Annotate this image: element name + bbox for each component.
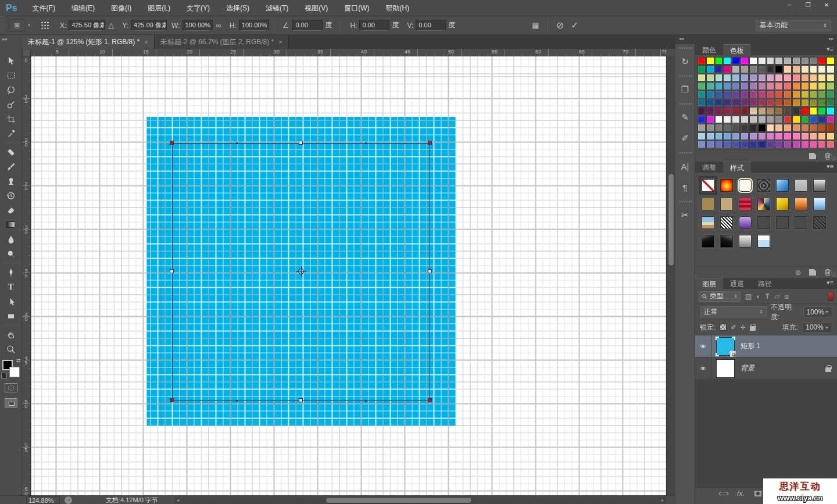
color-swatch[interactable] (732, 133, 740, 140)
color-swatch[interactable] (801, 74, 809, 81)
color-swatch[interactable] (706, 91, 714, 98)
color-swatch[interactable] (827, 107, 835, 115)
color-swatch[interactable] (715, 107, 723, 115)
transform-handle[interactable] (170, 141, 174, 145)
color-swatch[interactable] (810, 57, 818, 65)
menu-图像[interactable]: 图像(I) (103, 0, 140, 16)
style-no-style[interactable] (699, 176, 717, 195)
color-swatch[interactable] (732, 74, 740, 81)
history-panel-icon[interactable]: ↻ (678, 54, 693, 69)
style-yellow-bevel[interactable] (773, 195, 792, 213)
color-swatch[interactable] (749, 57, 757, 65)
menu-图层[interactable]: 图层(L) (140, 0, 178, 16)
color-swatch[interactable] (732, 65, 740, 73)
eraser-tool[interactable] (3, 203, 19, 217)
minimize-button[interactable]: ─ (781, 0, 797, 9)
style-gray-bevel[interactable] (810, 176, 829, 195)
color-swatch[interactable] (706, 124, 714, 131)
hskew-input[interactable]: 0.00 (359, 20, 389, 31)
color-swatch[interactable] (698, 124, 706, 131)
lock-position-icon[interactable]: ✛ (741, 324, 746, 331)
color-swatch[interactable] (741, 82, 749, 90)
tool-presets-panel-icon[interactable]: ✐ (678, 131, 693, 146)
style-black-v1[interactable] (699, 232, 717, 251)
color-swatch[interactable] (723, 91, 731, 98)
eyedropper-tool[interactable] (3, 126, 19, 141)
menu-文字[interactable]: 文字(Y) (178, 0, 218, 16)
color-swatch[interactable] (784, 99, 792, 106)
document-tab-2[interactable]: 未标题-2 @ 66.7% (图层 2, RGB/8) *× (155, 35, 289, 49)
default-colors-icon[interactable] (1, 373, 7, 378)
warp-mode-icon[interactable]: ▦ (532, 21, 539, 30)
color-swatch[interactable] (723, 107, 731, 115)
style-red-stripes[interactable] (736, 195, 754, 213)
style-dark-rings[interactable] (754, 176, 773, 195)
color-swatch[interactable] (784, 65, 792, 73)
color-swatch[interactable] (792, 107, 800, 115)
gradient-tool[interactable] (3, 217, 19, 232)
color-swatch[interactable] (810, 82, 818, 90)
color-swatch[interactable] (792, 74, 800, 81)
color-swatch[interactable] (723, 74, 731, 81)
horizontal-scroll-thumb[interactable] (326, 497, 472, 503)
color-swatch[interactable] (732, 82, 740, 90)
color-swatch[interactable] (741, 116, 749, 123)
lock-all-icon[interactable] (750, 326, 756, 331)
color-swatch[interactable] (827, 82, 835, 90)
color-swatch[interactable] (818, 65, 826, 73)
fill-dropdown[interactable]: 100% ▼ (802, 322, 832, 333)
color-swatch[interactable] (732, 141, 740, 148)
color-swatch[interactable] (741, 107, 749, 115)
color-swatch[interactable] (818, 133, 826, 140)
color-swatch[interactable] (758, 74, 766, 81)
color-swatch[interactable] (775, 74, 783, 81)
vertical-scrollbar[interactable] (666, 56, 675, 495)
color-swatch[interactable] (715, 124, 723, 131)
color-swatch[interactable] (758, 99, 766, 106)
tab-color[interactable]: 颜色 (695, 44, 723, 55)
color-swatch[interactable] (767, 74, 775, 81)
color-swatch[interactable] (792, 65, 800, 73)
color-swatch[interactable] (792, 141, 800, 148)
color-swatch[interactable] (706, 107, 714, 115)
color-swatch[interactable] (741, 91, 749, 98)
filter-type-layers-icon[interactable]: T (766, 292, 770, 301)
color-swatch[interactable] (767, 91, 775, 98)
zoom-level-field[interactable]: 124.88% (26, 496, 60, 504)
color-swatch[interactable] (801, 65, 809, 73)
tab-layers[interactable]: 图层 (695, 278, 723, 289)
path-selection-tool[interactable] (3, 294, 19, 309)
quick-selection-tool[interactable] (3, 97, 19, 112)
style-white-blue-glossy[interactable] (754, 232, 773, 251)
style-bw-noise[interactable] (717, 213, 736, 232)
color-swatch[interactable] (723, 116, 731, 123)
color-swatch[interactable] (775, 124, 783, 131)
current-tool-icon[interactable]: ▣ (8, 19, 26, 32)
color-swatch[interactable] (758, 133, 766, 140)
menu-文件[interactable]: 文件(F) (24, 0, 63, 16)
color-swatch[interactable] (792, 91, 800, 98)
color-swatch[interactable] (715, 133, 723, 140)
color-swatch[interactable] (818, 99, 826, 106)
marquee-tool[interactable] (3, 68, 19, 83)
filter-smart-objects-icon[interactable]: ⧈ (784, 292, 789, 301)
transform-handle[interactable] (428, 269, 432, 273)
tab-close-icon[interactable]: × (278, 38, 282, 45)
width-input[interactable]: 100.00% (183, 20, 213, 31)
transform-handle[interactable] (299, 141, 303, 145)
color-swatch[interactable] (775, 141, 783, 148)
color-swatch[interactable] (767, 57, 775, 65)
color-swatch[interactable] (767, 124, 775, 131)
color-swatch[interactable] (749, 107, 757, 115)
color-swatch[interactable] (715, 82, 723, 90)
color-swatch[interactable] (818, 57, 826, 65)
color-swatch[interactable] (801, 133, 809, 140)
color-swatch[interactable] (767, 65, 775, 73)
menu-编辑[interactable]: 编辑(E) (63, 0, 103, 16)
color-swatch[interactable] (801, 91, 809, 98)
color-swatch[interactable] (801, 107, 809, 115)
filter-adjustment-layers-icon[interactable]: ◐ (756, 292, 760, 301)
color-swatch[interactable] (801, 99, 809, 106)
color-swatch[interactable] (775, 82, 783, 90)
visibility-toggle[interactable] (695, 335, 711, 357)
